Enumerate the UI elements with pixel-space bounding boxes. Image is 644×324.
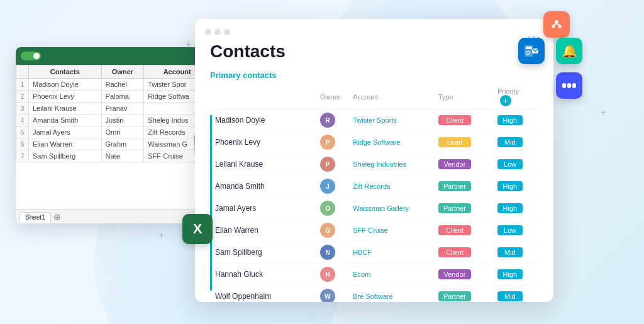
avatar: J: [320, 179, 335, 194]
row-num: 7: [16, 150, 29, 162]
row-num: 4: [16, 115, 29, 126]
outlook-icon[interactable]: O: [518, 38, 545, 64]
owner-name: Rachel: [101, 79, 144, 91]
type-badge: Client: [438, 247, 471, 257]
avatar: P: [320, 157, 335, 172]
owner-name: Paloma: [101, 91, 144, 103]
owner-name: Nate: [101, 150, 144, 162]
excel-table-row: 4 Amanda Smith Justin Sheleg Indus: [16, 115, 211, 126]
excel-table-row: 1 Madison Doyle Rachel Twister Spor: [16, 79, 211, 91]
priority-cell: High: [492, 176, 538, 198]
excel-toolbar: [16, 47, 211, 65]
add-sheet-button[interactable]: ⊕: [53, 212, 61, 222]
contact-name-cell: Elian Warren: [210, 220, 315, 242]
contact-name-cell: Madison Doyle: [210, 109, 315, 131]
hubspot-logo: [549, 17, 564, 32]
account-cell: SFF Cruise: [348, 220, 433, 242]
priority-cell: High: [492, 264, 538, 286]
contact-row: Leilani Krause P Sheleg Industries Vendo…: [210, 154, 538, 176]
contact-row: Hannah Gluck H Ecom Vendor High: [210, 264, 538, 286]
excel-table-row: 3 Leilani Krause Pranav: [16, 103, 211, 115]
svg-text:O: O: [526, 50, 530, 56]
priority-badge: High: [497, 203, 523, 213]
sheet-tab[interactable]: Sheet1: [19, 212, 51, 222]
avatar: G: [320, 223, 335, 238]
account-cell: Sheleg Industries: [348, 154, 433, 176]
contact-name: Leilani Krause: [29, 103, 102, 115]
account-link[interactable]: Sheleg Industries: [353, 160, 406, 168]
owner-name: Grahm: [101, 138, 144, 150]
priority-cell: Low: [492, 154, 538, 176]
col-owner: Owner: [101, 65, 144, 79]
notification-bell-icon[interactable]: 🔔: [556, 38, 582, 64]
outlook-logo: O: [524, 45, 539, 57]
plus-decoration-2: +: [158, 230, 164, 241]
priority-badge: Low: [497, 159, 523, 169]
add-contact-button[interactable]: +: [500, 95, 511, 106]
type-badge: Partner: [438, 181, 471, 191]
excel-toggle: [21, 52, 41, 60]
card-window-dots: [205, 29, 230, 35]
account-link[interactable]: SFF Cruise: [353, 226, 388, 234]
priority-badge: High: [497, 269, 523, 279]
dot-2: [214, 29, 221, 35]
row-num: 3: [16, 103, 29, 115]
account-cell: HBCF: [348, 242, 433, 264]
account-link[interactable]: Zift Records: [353, 182, 390, 190]
account-cell: Bre Software: [348, 286, 433, 303]
owner-name: Pranav: [101, 103, 144, 115]
priority-cell: Mid: [492, 131, 538, 154]
owner-cell: N: [315, 242, 348, 264]
account-cell: Zift Records: [348, 176, 433, 198]
owner-cell: G: [315, 220, 348, 242]
priority-cell: Mid: [492, 286, 538, 303]
contact-row: Jamal Ayers O Waissman Gallery Partner H…: [210, 198, 538, 220]
account-link[interactable]: Bre Software: [353, 293, 393, 300]
priority-badge: Mid: [497, 137, 523, 147]
owner-cell: P: [315, 131, 348, 154]
type-badge: Vendor: [438, 269, 471, 279]
contact-name: Madison Doyle: [29, 79, 102, 91]
monday-icon[interactable]: [556, 72, 582, 99]
type-cell: Client: [433, 109, 492, 131]
type-badge: Lead: [438, 137, 471, 147]
left-accent-bar: [210, 115, 212, 291]
priority-badge: High: [497, 181, 523, 191]
col-contacts: Contacts: [29, 65, 102, 79]
excel-table: Contacts Owner Account 1 Madison Doyle R…: [16, 65, 211, 162]
contact-row: Madison Doyle R Twister Sports Client Hi…: [210, 109, 538, 131]
avatar: N: [320, 245, 335, 260]
type-badge: Client: [438, 115, 471, 125]
priority-cell: Mid: [492, 242, 538, 264]
contact-name-cell: Amanda Smith: [210, 176, 315, 198]
type-badge: Partner: [438, 291, 471, 301]
th-name: [210, 85, 315, 109]
svg-line-5: [557, 24, 560, 25]
th-type: Type: [433, 85, 492, 109]
owner-name: Omri: [101, 126, 144, 138]
avatar: H: [320, 267, 335, 282]
account-link[interactable]: Ridge Software: [353, 138, 400, 146]
owner-cell: R: [315, 109, 348, 131]
account-link[interactable]: Waissman Gallery: [353, 204, 409, 212]
owner-cell: O: [315, 198, 348, 220]
svg-rect-11: [562, 83, 566, 88]
type-cell: Client: [433, 220, 492, 242]
svg-rect-8: [526, 47, 532, 49]
priority-cell: Low: [492, 220, 538, 242]
hubspot-icon[interactable]: [543, 11, 570, 38]
type-badge: Client: [438, 225, 471, 235]
priority-badge: Mid: [497, 291, 523, 301]
type-cell: Partner: [433, 176, 492, 198]
account-link[interactable]: HBCF: [353, 249, 372, 256]
svg-point-3: [558, 25, 562, 28]
avatar: O: [320, 201, 335, 216]
contact-row: Amanda Smith J Zift Records Partner High: [210, 176, 538, 198]
priority-badge: Low: [497, 225, 523, 235]
contact-name-cell: Jamal Ayers: [210, 198, 315, 220]
account-link[interactable]: Ecom: [353, 271, 370, 278]
row-num: 1: [16, 79, 29, 91]
type-cell: Vendor: [433, 264, 492, 286]
account-link[interactable]: Twister Sports: [353, 116, 397, 124]
page-title: Contacts: [210, 42, 538, 62]
